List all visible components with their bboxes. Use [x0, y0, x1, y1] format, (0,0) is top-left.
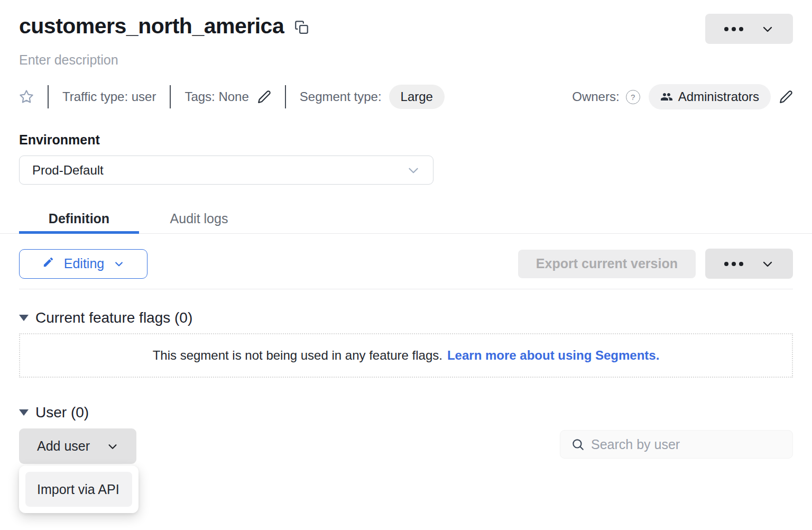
- tab-bar: Definition Audit logs: [0, 204, 812, 234]
- environment-value: Prod-Default: [32, 163, 104, 178]
- divider: [170, 85, 171, 108]
- empty-state-text: This segment is not being used in any fe…: [153, 348, 442, 363]
- add-user-label: Add user: [37, 438, 90, 454]
- user-heading: User (0): [35, 404, 89, 421]
- tab-definition-label: Definition: [49, 211, 109, 226]
- edit-tags-icon[interactable]: [257, 90, 271, 104]
- page-title: customers_north_america: [19, 14, 284, 39]
- user-search-box[interactable]: [560, 430, 793, 459]
- editing-label: Editing: [64, 256, 104, 271]
- triangle-down-icon: [19, 409, 29, 416]
- tags-label: Tags: None: [184, 89, 248, 104]
- owners-group: Owners: ? Administrators: [572, 84, 793, 109]
- feature-flags-heading: Current feature flags (0): [35, 309, 192, 326]
- triangle-down-icon: [19, 315, 29, 321]
- title-wrap: customers_north_america: [19, 14, 309, 39]
- divider: [48, 85, 49, 108]
- feature-flags-section-header[interactable]: Current feature flags (0): [19, 309, 793, 326]
- export-current-version-button[interactable]: Export current version: [518, 250, 696, 278]
- search-icon: [571, 437, 585, 451]
- ellipsis-icon: [724, 27, 743, 31]
- chevron-down-icon: [761, 258, 774, 270]
- menu-item-import-via-api[interactable]: Import via API: [25, 472, 132, 507]
- add-user-wrap: Add user Import via API: [19, 428, 136, 464]
- people-icon: [660, 90, 673, 103]
- divider: [19, 289, 793, 289]
- chevron-down-icon: [761, 23, 774, 35]
- toolbar-right-group: Export current version: [518, 249, 793, 279]
- editing-status-button[interactable]: Editing: [19, 249, 147, 279]
- question-circle-icon[interactable]: ?: [626, 90, 640, 104]
- chevron-down-icon: [107, 441, 118, 452]
- add-user-button[interactable]: Add user: [19, 428, 136, 464]
- pencil-icon: [42, 256, 54, 271]
- header-more-button[interactable]: [705, 14, 793, 44]
- add-user-menu: Import via API: [19, 465, 139, 513]
- owners-badge[interactable]: Administrators: [649, 84, 771, 109]
- meta-row: Traffic type: user Tags: None Segment ty…: [19, 85, 793, 109]
- traffic-type-label: Traffic type: user: [62, 89, 156, 104]
- user-section-header[interactable]: User (0): [19, 404, 793, 421]
- environment-label: Environment: [19, 132, 793, 148]
- divider: [285, 85, 286, 108]
- owners-label: Owners:: [572, 89, 619, 104]
- tab-audit-logs[interactable]: Audit logs: [139, 204, 259, 233]
- ellipsis-icon: [724, 262, 743, 266]
- tab-definition[interactable]: Definition: [19, 204, 139, 233]
- learn-more-link[interactable]: Learn more about using Segments.: [447, 348, 659, 363]
- page-header: customers_north_america: [19, 14, 793, 44]
- toolbar-more-button[interactable]: [705, 249, 793, 279]
- segment-type-label: Segment type:: [300, 89, 382, 104]
- environment-select[interactable]: Prod-Default: [19, 156, 433, 185]
- chevron-down-icon: [407, 163, 420, 177]
- owners-value: Administrators: [678, 89, 759, 104]
- star-icon[interactable]: [19, 89, 34, 104]
- copy-icon[interactable]: [294, 20, 309, 34]
- segment-type-badge: Large: [389, 85, 445, 109]
- user-search-input[interactable]: [591, 437, 782, 452]
- user-section-body: Add user Import via API: [19, 428, 793, 464]
- segment-detail-page: customers_north_america Enter descriptio…: [0, 14, 812, 464]
- feature-flags-empty-state: This segment is not being used in any fe…: [19, 333, 793, 378]
- description-placeholder[interactable]: Enter description: [19, 52, 793, 68]
- edit-owners-icon[interactable]: [779, 90, 793, 104]
- definition-toolbar: Editing Export current version: [19, 249, 793, 279]
- chevron-down-icon: [114, 259, 124, 269]
- tab-audit-logs-label: Audit logs: [170, 211, 228, 226]
